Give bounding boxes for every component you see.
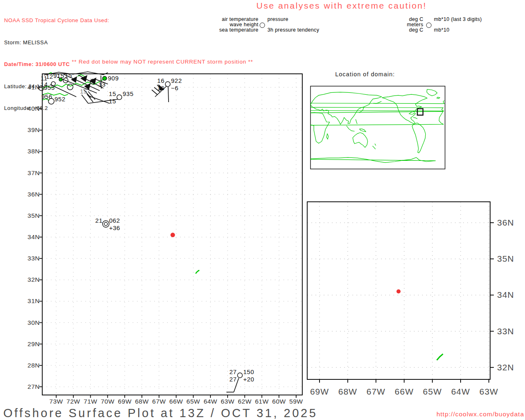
station-circle [67, 84, 73, 90]
lon-tick-label: 62W [238, 398, 251, 405]
station-value: 955 [44, 84, 55, 91]
lon-tick-label: 65W [187, 398, 200, 405]
lon-tick-label: 59W [289, 398, 303, 405]
lon-tick-label: 69W [118, 398, 131, 405]
pressure-value: 062 [109, 217, 120, 224]
lat-tick-label: 36N [27, 191, 40, 198]
station-value: 956 [41, 93, 52, 100]
lon-tick-label: 68W [135, 398, 148, 405]
lon-tick-label: 61W [255, 398, 269, 405]
lat-tick-label: 32N [497, 363, 514, 372]
wind-barb [82, 95, 88, 103]
wind-barb [168, 87, 169, 102]
world-coastline [372, 146, 375, 149]
world-coastline [353, 132, 368, 147]
lon-tick-label: 64W [451, 387, 470, 396]
station-circle [103, 221, 109, 227]
lon-tick-label: 64W [203, 398, 217, 405]
lon-tick-label: 71W [84, 398, 97, 405]
world-coastline [326, 134, 329, 139]
lat-tick-label: 31N [27, 297, 40, 304]
lon-tick-label: 63W [221, 398, 234, 405]
pressure-value: 935 [123, 90, 134, 97]
pressure-tendency-value: +20 [243, 376, 254, 383]
world-coastline [412, 123, 426, 153]
lat-tick-label: 39N [27, 126, 40, 133]
pressure-tendency-value: +36 [109, 224, 120, 231]
lat-tick-label: 33N [497, 326, 514, 336]
world-coastline [427, 89, 437, 96]
lon-tick-label: 66W [169, 398, 183, 405]
lon-tick-label: 65W [423, 387, 442, 396]
zoom-inset-axis-labels: 69W68W67W66W65W64W63W36N35N34N33N32N [310, 218, 514, 396]
plot-canvas: 111291515909149551395695215 159351516922… [0, 0, 525, 420]
station-value: 952 [55, 96, 66, 103]
lon-tick-label: 72W [66, 398, 80, 405]
station-plot: 2715027+20 [226, 368, 254, 392]
lon-tick-label: 67W [152, 398, 166, 405]
ship-report-dot [103, 76, 107, 80]
lon-tick-label: 67W [367, 387, 386, 396]
station-value: 909 [108, 75, 119, 82]
world-coastline [437, 97, 440, 98]
lat-tick-label: 40N [27, 105, 40, 112]
air-temp-value: 15 [109, 90, 116, 97]
station-value: 15 [80, 88, 87, 95]
wind-barb [87, 94, 93, 102]
main-map-axis-labels: 73W72W71W70W69W68W67W66W65W64W63W62W61W6… [27, 84, 303, 405]
lat-tick-label: 28N [27, 362, 40, 369]
lat-tick-label: 38N [27, 148, 40, 155]
lat-tick-label: 33N [27, 255, 40, 262]
pressure-tendency-value: −6 [171, 84, 178, 91]
station-circle [165, 82, 170, 87]
station-value: 15 [65, 72, 72, 79]
world-coastline [375, 144, 376, 146]
station-circle [117, 95, 122, 100]
lon-tick-label: 68W [338, 387, 357, 396]
lon-tick-label: 66W [395, 387, 413, 396]
station-circle [237, 373, 242, 378]
lon-tick-label: 60W [272, 398, 286, 405]
world-coastline [310, 112, 443, 126]
station-value: 915 [53, 72, 64, 79]
air-temp-value: 27 [229, 368, 237, 375]
station-circle-inner [104, 222, 107, 226]
world-coastline [359, 129, 365, 132]
station-cluster: 111291515909149551395695215 [39, 72, 119, 104]
world-coastline [413, 117, 418, 119]
lon-tick-label: 73W [49, 398, 63, 405]
lat-tick-label: 41N [27, 84, 40, 91]
world-coastline [310, 92, 381, 125]
lat-tick-label: 35N [27, 212, 40, 219]
bermuda-coast [196, 270, 199, 274]
station-plots: 15935151692216−621062+362715027+20 [82, 77, 254, 392]
world-coastline [310, 112, 330, 143]
storm-dot-inset [397, 290, 401, 294]
air-temp-value: 21 [95, 217, 103, 224]
world-coastline [310, 107, 443, 111]
storm-position-dot [397, 290, 401, 294]
storm-dot-main [171, 233, 175, 237]
pressure-value: 150 [243, 368, 254, 375]
wind-barb [152, 90, 158, 95]
lat-tick-label: 34N [27, 233, 40, 240]
lat-tick-label: 34N [497, 290, 514, 299]
world-coastline [310, 158, 436, 162]
world-coastline [347, 126, 355, 132]
world-map-border [310, 86, 445, 169]
sea-temp-value: 27 [229, 376, 237, 383]
lat-tick-label: 29N [27, 340, 40, 347]
station-value: 13 [98, 81, 106, 88]
bermuda-coast [437, 354, 443, 360]
sea-temp-value: 15 [109, 98, 116, 105]
air-temp-value: 16 [157, 77, 164, 84]
pressure-value: 922 [171, 77, 182, 84]
storm-position-dot [171, 233, 175, 237]
lat-tick-label: 27N [27, 383, 40, 390]
world-inset-map [310, 86, 445, 169]
station-plot: 1692216−6 [152, 77, 182, 102]
sea-temp-value: 16 [157, 84, 164, 91]
lon-tick-label: 70W [101, 398, 114, 405]
lat-tick-label: 32N [27, 276, 40, 283]
lat-tick-label: 37N [27, 169, 40, 176]
